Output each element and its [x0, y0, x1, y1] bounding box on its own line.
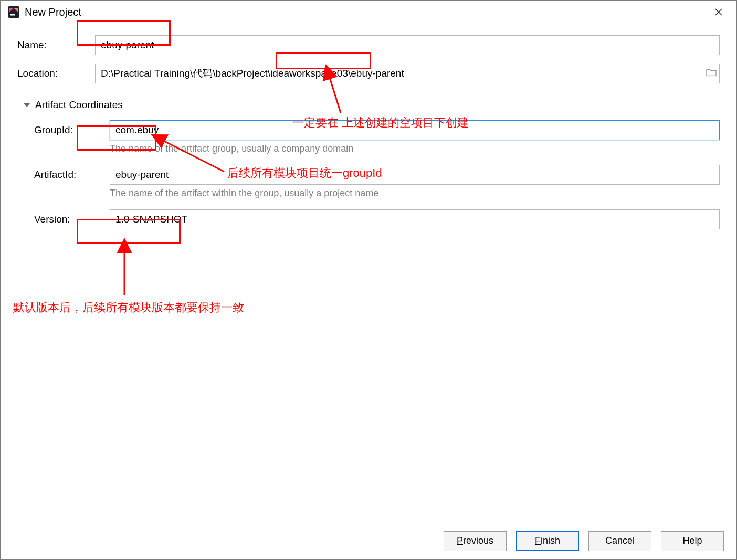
titlebar: New Project — [1, 1, 736, 24]
name-input[interactable] — [95, 35, 720, 55]
name-row: Name: — [17, 35, 720, 55]
version-label: Version: — [17, 214, 110, 225]
finish-button[interactable]: Finish — [516, 531, 579, 551]
new-project-dialog: New Project Name: Location: — [0, 0, 737, 560]
help-label: Help — [682, 535, 702, 546]
groupid-label: GroupId: — [17, 124, 110, 136]
cancel-button[interactable]: Cancel — [588, 531, 651, 551]
annotation-text-2: 后续所有模块项目统一groupId — [227, 165, 382, 181]
footer: Previous Finish Cancel Help — [1, 522, 736, 559]
artifactid-label: ArtifactId: — [17, 169, 110, 181]
window-title: New Project — [25, 6, 81, 18]
previous-button[interactable]: Previous — [444, 531, 507, 551]
intellij-icon — [8, 6, 19, 18]
browse-folder-icon[interactable] — [706, 68, 717, 79]
finish-label-rest: inish — [541, 535, 560, 546]
artifact-coordinates-toggle[interactable]: Artifact Coordinates — [24, 99, 720, 111]
location-row: Location: — [17, 64, 720, 83]
annotation-text-3: 默认版本后，后续所有模块版本都要保持一致 — [13, 300, 244, 315]
annotation-text-1: 一定要在 上述创建的空项目下创建 — [292, 115, 469, 131]
artifactid-input[interactable] — [110, 165, 720, 185]
annotation-arrows — [1, 24, 736, 522]
expand-arrow-icon — [24, 103, 30, 107]
cancel-label: Cancel — [605, 535, 635, 546]
location-input[interactable] — [95, 64, 720, 83]
section-title: Artifact Coordinates — [35, 99, 123, 111]
close-icon — [715, 8, 722, 16]
version-input[interactable] — [110, 209, 720, 229]
close-button[interactable] — [707, 3, 730, 21]
content-area: Name: Location: Artifact Coordinates — [1, 24, 736, 522]
groupid-hint: The name of the artifact group, usually … — [110, 143, 720, 154]
artifactid-hint: The name of the artifact within the grou… — [110, 188, 720, 199]
version-row: Version: — [17, 209, 720, 229]
name-label: Name: — [17, 39, 95, 51]
previous-label-rest: revious — [463, 535, 493, 546]
help-button[interactable]: Help — [661, 531, 724, 551]
svg-rect-1 — [10, 14, 15, 16]
location-label: Location: — [17, 68, 95, 79]
